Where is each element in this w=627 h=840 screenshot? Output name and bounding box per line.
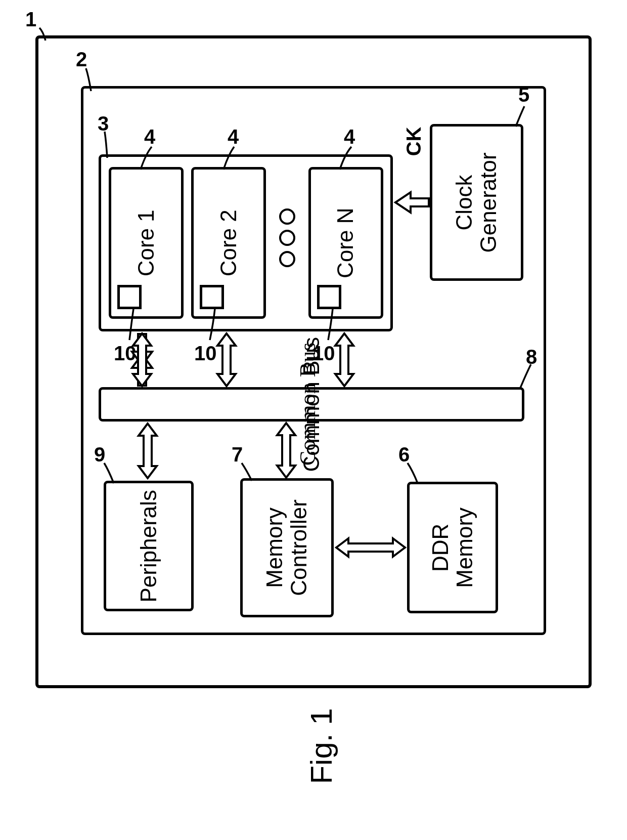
svg-point-2 xyxy=(280,252,294,266)
overlay-svg xyxy=(0,0,627,840)
svg-point-1 xyxy=(280,231,294,245)
svg-point-0 xyxy=(280,209,294,224)
